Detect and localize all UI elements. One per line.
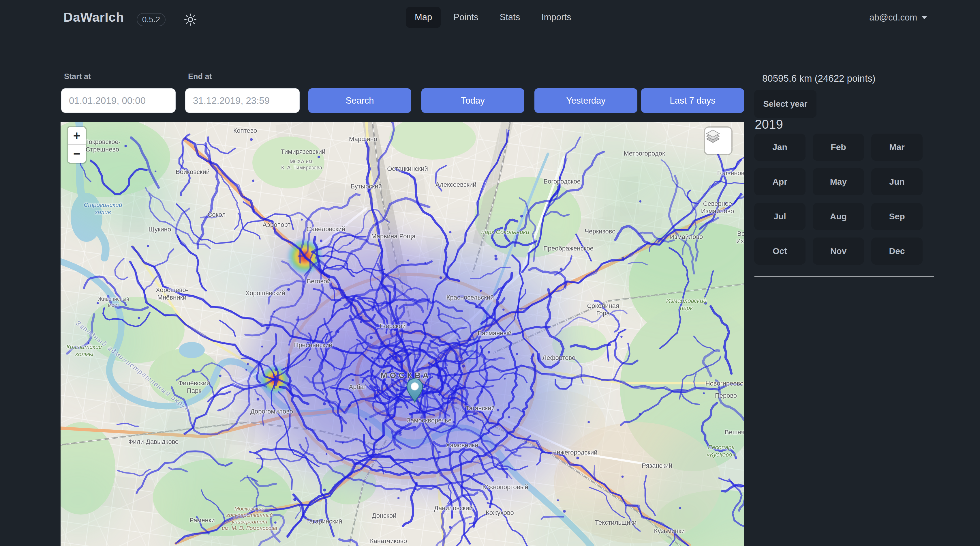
sidebar-divider <box>754 276 934 277</box>
month-button-may[interactable]: May <box>813 168 864 195</box>
month-button-jan[interactable]: Jan <box>754 134 805 161</box>
tab-imports[interactable]: Imports <box>533 7 580 28</box>
theme-toggle-button[interactable] <box>182 11 199 28</box>
layers-icon <box>705 128 721 144</box>
month-button-jul[interactable]: Jul <box>754 203 805 230</box>
zoom-in-button[interactable]: + <box>68 127 86 145</box>
version-badge: 0.5.2 <box>137 13 165 26</box>
end-date-input[interactable] <box>185 88 300 113</box>
month-grid: JanFebMarAprMayJunJulAugSepOctNovDec <box>754 134 923 265</box>
month-button-feb[interactable]: Feb <box>813 134 864 161</box>
today-button[interactable]: Today <box>422 88 524 113</box>
sun-icon <box>184 13 197 26</box>
page: { "header": { "app_name": "DaWarIch", "v… <box>0 0 980 546</box>
main-nav: MapPointsStatsImports <box>406 7 580 28</box>
month-button-sep[interactable]: Sep <box>871 203 923 230</box>
tab-points[interactable]: Points <box>445 7 487 28</box>
user-menu[interactable]: ab@cd.com <box>867 12 929 23</box>
map-canvas[interactable]: КоптевоТимирязевскийМСХА им. К. А. Тимир… <box>60 122 744 546</box>
last7-button[interactable]: Last 7 days <box>641 88 744 113</box>
month-button-oct[interactable]: Oct <box>754 238 805 265</box>
tab-map[interactable]: Map <box>406 7 441 28</box>
month-button-aug[interactable]: Aug <box>813 203 864 230</box>
month-button-apr[interactable]: Apr <box>754 168 805 195</box>
month-button-jun[interactable]: Jun <box>871 168 923 195</box>
month-button-mar[interactable]: Mar <box>871 134 923 161</box>
app-logo[interactable]: DaWarIch <box>64 10 124 25</box>
layers-control[interactable] <box>705 128 732 154</box>
map-zoom-control: + − <box>68 127 86 163</box>
start-date-input[interactable] <box>61 88 176 113</box>
month-button-nov[interactable]: Nov <box>813 238 864 265</box>
map-art <box>60 122 744 546</box>
search-button[interactable]: Search <box>308 88 411 113</box>
end-at-label: End at <box>188 72 212 81</box>
month-button-dec[interactable]: Dec <box>871 238 923 265</box>
yesterday-button[interactable]: Yesterday <box>535 88 637 113</box>
distance-stats: 80595.6 km (24622 points) <box>762 73 876 84</box>
start-at-label: Start at <box>64 72 91 81</box>
chevron-down-icon <box>922 16 927 22</box>
user-email: ab@cd.com <box>869 13 917 23</box>
select-year-button[interactable]: Select year <box>754 90 816 118</box>
tab-stats[interactable]: Stats <box>491 7 529 28</box>
zoom-out-button[interactable]: − <box>68 145 86 163</box>
year-heading: 2019 <box>755 117 783 132</box>
